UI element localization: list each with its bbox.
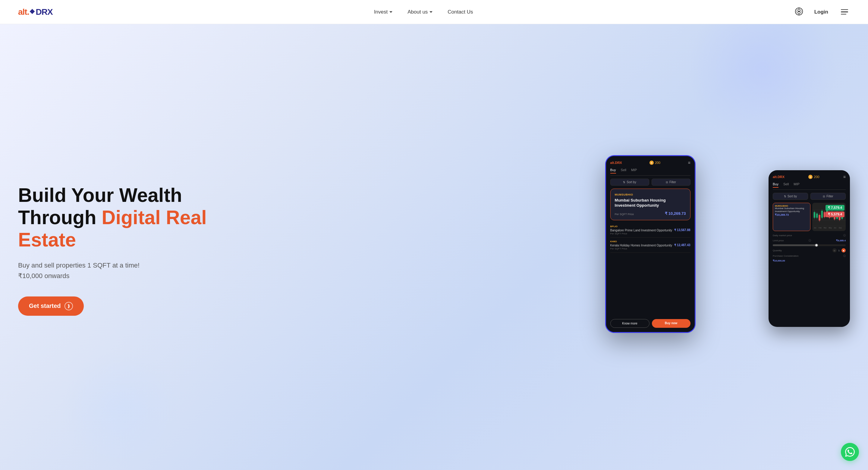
- price-slider[interactable]: [773, 244, 846, 246]
- hero-section: Build Your Wealth Through Digital Real E…: [0, 24, 868, 470]
- svg-text:Mar: Mar: [824, 227, 827, 229]
- list-item-khiio: KHIIO Kerala Holiday Homes Investment Op…: [610, 238, 690, 253]
- logo-drx: DRX: [36, 7, 53, 17]
- filter-button: ⊟ Filter: [810, 193, 846, 200]
- phone-main-mockup: alt.DRX ● 200 ≡ Buy Sell MIP: [605, 155, 695, 333]
- chart-mini-card-1: MUMSUBHIO Mumbai Suburban Housing Invest…: [773, 203, 810, 231]
- list-item-bplio: BPLIO Bangalore Prime Land Investment Op…: [610, 223, 690, 238]
- sort-button: ⇅ Sort by: [773, 193, 808, 200]
- chart-phone-header: alt.DRX ● 200 ≡: [773, 175, 846, 179]
- coin-icon: ●: [650, 161, 654, 165]
- hamburger-line: [841, 9, 848, 10]
- limit-price-row: Limit price ⓘ ₹8,689.4: [773, 238, 846, 243]
- chart-phone-coins: ● 200: [808, 175, 819, 179]
- highlight-card: MUMSUBHIO Mumbai Suburban Housing Invest…: [610, 189, 690, 220]
- phone-chart-mockup: alt.DRX ● 200 ≡ Buy Sell MIP ⇅ Sort by: [769, 170, 850, 327]
- tab-mip: MIP: [794, 182, 800, 188]
- arrow-right-icon: ⟫: [64, 302, 73, 310]
- phone-menu-icon: ≡: [843, 175, 846, 179]
- phone-logo: alt.DRX: [610, 161, 622, 164]
- phone-coins: ● 200: [650, 161, 660, 165]
- svg-text:Jun: Jun: [834, 227, 836, 229]
- chart-phone-logo: alt.DRX: [773, 175, 784, 179]
- chevron-down-icon: [390, 11, 393, 13]
- bg-decoration: [687, 24, 838, 145]
- candlestick-chart: ₹ 7,579.4 ₹ 5,579.4: [812, 203, 846, 231]
- nav-about-us[interactable]: About us: [407, 9, 433, 15]
- chart-sort-bar: ⇅ Sort by ⊟ Filter: [773, 193, 846, 200]
- purchase-consideration-row: Purchase Consideration ⓘ: [773, 253, 846, 258]
- info-icon: ⓘ: [809, 239, 811, 242]
- qty-decrease-button[interactable]: ○: [832, 248, 837, 252]
- logo[interactable]: alt. DRX: [18, 7, 53, 17]
- hero-phone-mockups: alt.DRX ● 200 ≡ Buy Sell MIP: [451, 152, 850, 348]
- phone-action-buttons: Know more Buy now: [610, 316, 690, 328]
- info-icon: ⓘ: [843, 254, 846, 258]
- price-badge-green: ₹ 7,579.4: [826, 205, 844, 211]
- filter-button: ⊟ Filter: [652, 179, 690, 186]
- info-icon: ⓘ: [843, 234, 846, 237]
- nav-invest[interactable]: Invest: [374, 9, 393, 15]
- svg-text:Feb: Feb: [818, 227, 822, 229]
- tab-sell: Sell: [621, 168, 626, 174]
- svg-text:May: May: [829, 227, 832, 229]
- phone-main-screen: alt.DRX ● 200 ≡ Buy Sell MIP: [606, 156, 695, 332]
- list-item-info: BPLIO Bangalore Prime Land Investment Op…: [610, 225, 673, 235]
- list-item-info: KHIIO Kerala Holiday Homes Investment Op…: [610, 240, 673, 250]
- navbar: alt. DRX Invest About us Contact Us Logi…: [0, 0, 868, 24]
- hero-left: Build Your Wealth Through Digital Real E…: [18, 184, 451, 315]
- logo-diamond-icon: [30, 9, 35, 14]
- chart-tab-bar: Buy Sell MIP: [773, 182, 846, 190]
- card-footer: Per SQFT Price ₹ 10,269.73: [615, 211, 686, 216]
- get-started-button[interactable]: Get started ⟫: [18, 296, 84, 316]
- hamburger-menu-button[interactable]: [839, 7, 850, 17]
- nav-center: Invest About us Contact Us: [374, 9, 473, 15]
- chevron-down-icon: [430, 11, 433, 13]
- scan-icon[interactable]: [795, 7, 804, 17]
- know-more-button[interactable]: Know more: [610, 319, 650, 328]
- coin-icon: ●: [808, 175, 812, 179]
- chart-mini-cards: MUMSUBHIO Mumbai Suburban Housing Invest…: [773, 203, 846, 231]
- sort-filter-bar: ⇅ Sort by ⊟ Filter: [610, 179, 690, 186]
- phone-header: alt.DRX ● 200 ≡: [610, 160, 690, 165]
- hero-headline-orange: Digital Real: [101, 207, 207, 228]
- tab-buy: Buy: [610, 168, 616, 174]
- hamburger-line: [841, 14, 846, 15]
- phone-tab-bar: Buy Sell MIP: [610, 168, 690, 176]
- svg-point-2: [798, 10, 800, 12]
- quantity-stepper: ○ 1 ●: [832, 248, 846, 252]
- nav-contact-us[interactable]: Contact Us: [447, 9, 473, 15]
- whatsapp-button[interactable]: [841, 443, 859, 461]
- bg-decoration: [60, 349, 181, 470]
- chart-form-fields: Daily market price ⓘ Limit price ⓘ ₹8,68…: [773, 233, 846, 263]
- qty-increase-button[interactable]: ●: [841, 248, 846, 252]
- login-button[interactable]: Login: [809, 7, 833, 18]
- tab-mip: MIP: [631, 168, 637, 174]
- hamburger-line: [841, 11, 848, 12]
- sort-button: ⇅ Sort by: [610, 179, 649, 186]
- daily-market-price-row: Daily market price ⓘ: [773, 233, 846, 238]
- hero-headline: Build Your Wealth Through Digital Real E…: [18, 184, 438, 251]
- logo-alt: alt.: [18, 7, 29, 17]
- hero-headline-estate: Estate: [18, 229, 76, 251]
- buy-now-button[interactable]: Buy now: [652, 319, 690, 328]
- purchase-value-row: ₹10,000,00: [773, 258, 846, 263]
- whatsapp-icon: [845, 447, 855, 457]
- phone-menu-icon: ≡: [688, 160, 690, 165]
- svg-text:Sep: Sep: [839, 227, 842, 229]
- hero-subtitle: Buy and sell properties 1 SQFT at a time…: [18, 260, 438, 281]
- quantity-row: Quantity ○ 1 ●: [773, 247, 846, 253]
- price-badge-red: ₹ 5,579.4: [826, 211, 844, 217]
- tab-sell: Sell: [783, 182, 789, 188]
- tab-buy: Buy: [773, 182, 778, 188]
- svg-text:Jan: Jan: [814, 227, 816, 229]
- nav-right: Login: [795, 7, 850, 18]
